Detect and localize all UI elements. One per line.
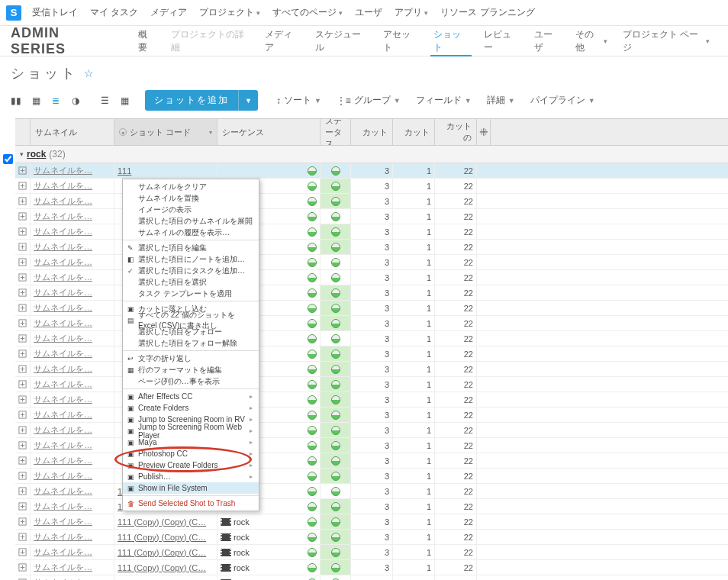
thumbnail-cell[interactable]: サムネイルを… xyxy=(31,301,114,315)
thumbnail-cell[interactable]: サムネイルを… xyxy=(31,209,114,224)
cut-dur-cell[interactable]: 22 xyxy=(435,285,477,300)
group-dropdown[interactable]: ⋮≡グループ▼ xyxy=(330,91,407,110)
cut-out-cell[interactable]: 1 xyxy=(393,163,435,178)
col-status[interactable]: ステータス xyxy=(321,119,351,145)
add-shot-caret[interactable]: ▼ xyxy=(239,90,258,111)
sequence-cell[interactable]: rock xyxy=(217,575,321,580)
expand-icon[interactable] xyxy=(15,331,31,346)
expand-icon[interactable] xyxy=(15,530,31,544)
expand-icon[interactable] xyxy=(15,392,31,407)
thumbnail-cell[interactable]: サムネイルを… xyxy=(31,346,114,361)
expand-icon[interactable] xyxy=(15,301,31,315)
table-row[interactable]: サムネイルを…111 (Copy) (Copy) (C…rock3122 xyxy=(15,514,728,530)
expand-icon[interactable] xyxy=(15,240,31,254)
table-row[interactable]: サムネイルを…111 (Copy) (Copy) (C…rock3122 xyxy=(15,575,728,580)
cut-in-cell[interactable]: 3 xyxy=(351,377,393,392)
favorite-star-icon[interactable]: ☆ xyxy=(84,67,94,79)
gnav-item[interactable]: プロジェクト▾ xyxy=(193,6,266,19)
cut-dur-cell[interactable]: 22 xyxy=(435,469,477,483)
sequence-cell[interactable]: rock xyxy=(217,514,321,529)
cut-in-cell[interactable]: 3 xyxy=(351,499,393,514)
context-menu-item[interactable]: ✎選択した項目を編集 xyxy=(123,242,259,253)
cut-out-cell[interactable]: 1 xyxy=(393,484,435,498)
logo-icon[interactable]: S xyxy=(6,5,21,21)
table-row[interactable]: サムネイルを…111 (Copy) (Copy) (C…rock3122 xyxy=(15,545,728,560)
pnav-item[interactable]: プロジェクト ページ▾ xyxy=(615,26,717,56)
thumbnail-cell[interactable]: サムネイルを… xyxy=(31,453,114,468)
context-menu-item[interactable]: ✓選択した項目にタスクを追加… xyxy=(123,265,259,276)
expand-icon[interactable] xyxy=(15,316,31,330)
cut-dur-cell[interactable]: 22 xyxy=(435,545,477,559)
context-menu-item[interactable]: サムネイルを置換 xyxy=(123,192,259,204)
context-menu-item[interactable]: 選択した項目を選択 xyxy=(123,276,259,288)
expand-icon[interactable] xyxy=(15,438,31,453)
expand-icon[interactable] xyxy=(15,575,31,580)
gnav-item[interactable]: マイ タスク xyxy=(84,6,144,19)
col-cut-dur[interactable]: カットの xyxy=(435,119,477,145)
status-cell[interactable] xyxy=(321,499,351,514)
cut-dur-cell[interactable]: 22 xyxy=(435,301,477,315)
expand-icon[interactable] xyxy=(15,484,31,498)
cut-out-cell[interactable]: 1 xyxy=(393,331,435,346)
context-menu-item[interactable]: ▤すべての 22 個のショットを Excel (CSV)に書き出し xyxy=(123,314,259,326)
status-cell[interactable] xyxy=(321,392,351,407)
thumbnail-cell[interactable]: サムネイルを… xyxy=(31,514,114,529)
status-cell[interactable] xyxy=(321,560,351,575)
expand-icon[interactable] xyxy=(15,362,31,376)
sequence-cell[interactable] xyxy=(217,163,321,178)
cut-in-cell[interactable]: 3 xyxy=(351,270,393,285)
cut-in-cell[interactable]: 3 xyxy=(351,301,393,315)
pnav-item[interactable]: 概要 xyxy=(130,26,163,56)
expand-icon[interactable] xyxy=(15,545,31,559)
context-menu-item[interactable]: ▣Show in File System xyxy=(123,482,259,494)
expand-icon[interactable] xyxy=(15,453,31,468)
thumbnail-cell[interactable]: サムネイルを… xyxy=(31,255,114,269)
thumbnail-cell[interactable]: サムネイルを… xyxy=(31,377,114,392)
pnav-item[interactable]: ショット xyxy=(426,26,476,56)
thumbnail-cell[interactable]: サムネイルを… xyxy=(31,163,114,178)
col-cut-in[interactable]: カット xyxy=(351,119,393,145)
status-cell[interactable] xyxy=(321,575,351,580)
cut-dur-cell[interactable]: 22 xyxy=(435,530,477,544)
thumbnail-cell[interactable]: サムネイルを… xyxy=(31,469,114,483)
cut-in-cell[interactable]: 3 xyxy=(351,285,393,300)
context-menu-item[interactable]: 選択した項目をフォロー解除 xyxy=(123,337,259,349)
gnav-item[interactable]: メディア xyxy=(144,6,193,19)
pnav-item[interactable]: ユーザ xyxy=(527,26,568,56)
context-menu-item[interactable]: 選択した項目のサムネイルを展開 xyxy=(123,215,259,227)
cut-in-cell[interactable]: 3 xyxy=(351,469,393,483)
sequence-cell[interactable]: rock xyxy=(217,530,321,544)
cut-in-cell[interactable]: 3 xyxy=(351,392,393,407)
disclosure-icon[interactable]: ▾ xyxy=(20,150,24,158)
thumbnail-cell[interactable]: サムネイルを… xyxy=(31,438,114,453)
cut-out-cell[interactable]: 1 xyxy=(393,346,435,361)
thumbnail-cell[interactable]: サムネイルを… xyxy=(31,270,114,285)
col-thumbnail[interactable]: サムネイル xyxy=(31,119,114,145)
status-cell[interactable] xyxy=(321,179,351,193)
cut-out-cell[interactable]: 1 xyxy=(393,392,435,407)
cut-in-cell[interactable]: 3 xyxy=(351,209,393,224)
chevron-down-icon[interactable]: ▾ xyxy=(209,129,212,136)
cut-dur-cell[interactable]: 22 xyxy=(435,453,477,468)
status-cell[interactable] xyxy=(321,514,351,529)
gnav-item[interactable]: ユーザ xyxy=(349,6,388,19)
status-cell[interactable] xyxy=(321,270,351,285)
cut-dur-cell[interactable]: 22 xyxy=(435,423,477,437)
status-cell[interactable] xyxy=(321,285,351,300)
col-expand[interactable] xyxy=(15,119,31,145)
gnav-item[interactable]: 受信トレイ xyxy=(26,6,84,19)
gnav-item[interactable]: アプリ▾ xyxy=(388,6,434,19)
cut-out-cell[interactable]: 1 xyxy=(393,377,435,392)
cut-in-cell[interactable]: 3 xyxy=(351,179,393,193)
cut-out-cell[interactable]: 1 xyxy=(393,301,435,315)
cut-in-cell[interactable]: 3 xyxy=(351,362,393,376)
context-menu-item[interactable]: ▣After Effects CC▸ xyxy=(123,391,259,402)
context-menu-item[interactable]: ▣Publish…▸ xyxy=(123,471,259,482)
context-menu-item[interactable]: ↩文字の折り返し xyxy=(123,353,259,364)
sequence-cell[interactable]: rock xyxy=(217,545,321,559)
cut-out-cell[interactable]: 1 xyxy=(393,194,435,208)
status-cell[interactable] xyxy=(321,438,351,453)
thumbnail-cell[interactable]: サムネイルを… xyxy=(31,316,114,330)
cut-dur-cell[interactable]: 22 xyxy=(435,179,477,193)
cut-in-cell[interactable]: 3 xyxy=(351,224,393,239)
